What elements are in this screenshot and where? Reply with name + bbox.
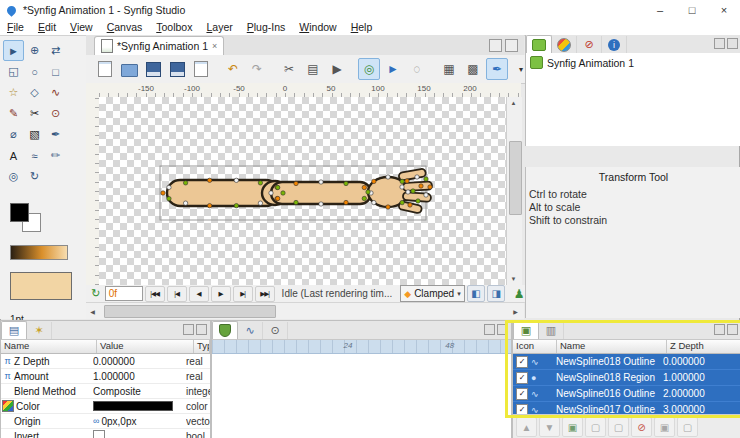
future-keyframe-lock-button[interactable]: ◨ (487, 285, 505, 302)
arm-shape[interactable] (167, 168, 432, 213)
menu-help[interactable]: Help (344, 20, 380, 35)
snap-grid-toggle[interactable]: ▩ (462, 58, 484, 80)
timetrack-ruler[interactable]: 24 48 (212, 340, 511, 354)
panel-menu-icon[interactable] (489, 39, 502, 52)
rectangle-tool-icon[interactable]: □ (45, 61, 66, 82)
redo-button[interactable]: ↷ (246, 58, 268, 80)
tab-canvas-browser[interactable] (526, 35, 552, 53)
param-value[interactable]: 0px,0px (101, 416, 136, 427)
panel-close-icon[interactable] (727, 38, 738, 49)
transform-tool-icon[interactable]: ► (3, 40, 24, 61)
layer-row[interactable]: ✓∿ NewSpline018 Outline 0.000000 (513, 354, 740, 370)
past-keyframe-lock-button[interactable]: ◧ (467, 285, 485, 302)
layer-checkbox[interactable]: ✓ (516, 372, 528, 384)
col-type[interactable]: Type (194, 340, 210, 353)
outline-color-swatch[interactable] (10, 203, 29, 222)
spline-tool-icon[interactable]: ∿ (45, 82, 66, 103)
col-zdepth[interactable]: Z Depth (667, 340, 740, 353)
invert-checkbox[interactable] (93, 430, 105, 438)
tab-info[interactable]: i (602, 36, 627, 53)
scroll-down-icon[interactable]: ▼ (507, 273, 520, 285)
fill-tool-icon[interactable]: ⊙ (45, 103, 66, 124)
param-value[interactable]: Composite (93, 386, 186, 397)
layer-row[interactable]: ✓● NewSpline018 Region 1.000000 (513, 370, 740, 386)
smooth-move-tool-icon[interactable]: ⊕ (24, 40, 45, 61)
maximize-button[interactable]: □ (676, 0, 708, 20)
scroll-left-icon[interactable]: ◀ (86, 305, 99, 317)
render-button[interactable]: ▤ (302, 58, 324, 80)
tab-library[interactable]: ▥ (539, 322, 564, 339)
menu-view[interactable]: View (63, 20, 100, 35)
prev-keyframe-button[interactable]: |◀ (167, 286, 187, 302)
brush-tool-icon[interactable]: ✏ (45, 145, 66, 166)
vertical-ruler[interactable] (86, 97, 100, 285)
color-value-swatch[interactable] (93, 401, 173, 411)
panel-menu-icon[interactable] (714, 38, 725, 49)
new-group-button[interactable]: ▢ (585, 417, 606, 437)
menu-edit[interactable]: Edit (31, 20, 63, 35)
scale-tool-icon[interactable]: ◱ (3, 61, 24, 82)
param-value[interactable]: 1.000000 (93, 371, 186, 382)
panel-menu-icon[interactable] (484, 324, 495, 335)
delete-layer-button[interactable]: ⊘ (631, 417, 652, 437)
gradient-tool-icon[interactable]: ▧ (24, 124, 45, 145)
zoom-tool-icon[interactable]: ◎ (3, 166, 24, 187)
encapsulate-layer-button[interactable]: ▢ (677, 417, 698, 437)
text-tool-icon[interactable]: A (3, 145, 24, 166)
param-row[interactable]: πZ Depth 0.000000 real (1, 354, 210, 369)
new-layer-button[interactable]: ▣ (562, 417, 583, 437)
layer-checkbox[interactable]: ✓ (516, 356, 528, 368)
minimize-button[interactable]: – (644, 0, 676, 20)
layer-checkbox[interactable]: ✓ (516, 388, 528, 400)
eyedrop-tool-icon[interactable]: ✒ (45, 124, 66, 145)
vertical-scrollbar[interactable]: ▲ ▼ (506, 97, 522, 285)
canvas-viewport[interactable] (99, 97, 506, 285)
tab-palette[interactable] (552, 36, 577, 53)
menu-canvas[interactable]: Canvas (100, 20, 150, 35)
param-row[interactable]: Invert bool (1, 429, 210, 438)
ungroup-button[interactable]: ▢ (608, 417, 629, 437)
col-value[interactable]: Value (97, 340, 194, 353)
panel-close-icon[interactable] (196, 324, 207, 335)
rotate-tool-icon[interactable]: ↻ (24, 166, 45, 187)
save-as-button[interactable] (166, 58, 188, 80)
tab-children[interactable]: ⊙ (263, 322, 288, 339)
panel-close-icon[interactable] (497, 324, 508, 335)
param-row[interactable]: Origin ∞0px,0px vector (1, 414, 210, 429)
param-value[interactable]: 0.000000 (93, 356, 186, 367)
menu-layer[interactable]: Layer (199, 20, 239, 35)
interpolation-dropdown[interactable]: ◆ Clamped ▾ (400, 285, 464, 302)
seek-begin-button[interactable]: |◀◀ (145, 286, 165, 302)
tab-timetrack[interactable] (212, 321, 238, 339)
seek-end-button[interactable]: ▶▶| (255, 286, 275, 302)
panel-close-icon[interactable] (727, 324, 738, 335)
param-row[interactable]: Blend Method Composite integer (1, 384, 210, 399)
tab-history[interactable]: ⊘ (577, 36, 602, 53)
export-button[interactable] (190, 58, 212, 80)
tab-layers[interactable]: ▣ (513, 321, 539, 339)
param-row[interactable]: Color color (1, 399, 210, 414)
menu-toolbox[interactable]: Toolbox (149, 20, 199, 35)
tree-item-canvas[interactable]: Synfig Animation 1 (526, 53, 740, 69)
menu-plugins[interactable]: Plug-Ins (240, 20, 293, 35)
brush-color-swatch[interactable] (10, 272, 72, 300)
polygon-tool-icon[interactable]: ◇ (24, 82, 45, 103)
tab-curves[interactable]: ∿ (238, 322, 263, 339)
title-bar[interactable]: *Synfig Animation 1 - Synfig Studio – □ … (0, 0, 740, 21)
save-button[interactable] (142, 58, 164, 80)
timetrack-content[interactable] (212, 354, 511, 438)
cleanup-button[interactable]: ✂ (278, 58, 300, 80)
sketch-tool-icon[interactable]: ≈ (24, 145, 45, 166)
tab-params[interactable]: ▤ (1, 321, 27, 339)
scroll-up-icon[interactable]: ▲ (507, 97, 520, 109)
col-name[interactable]: Name (1, 340, 97, 353)
scroll-right-icon[interactable]: ▶ (509, 305, 522, 317)
menu-file[interactable]: File (0, 20, 31, 35)
preview-button[interactable]: ▶ (326, 58, 348, 80)
undo-button[interactable]: ↶ (222, 58, 244, 80)
width-tool-icon[interactable]: ⌀ (3, 124, 24, 145)
prev-frame-button[interactable]: ◀ (189, 286, 209, 302)
circle-tool-icon[interactable]: ○ (24, 61, 45, 82)
lower-layer-button[interactable]: ▼ (539, 417, 560, 437)
play-button[interactable]: ▶ (211, 286, 231, 302)
